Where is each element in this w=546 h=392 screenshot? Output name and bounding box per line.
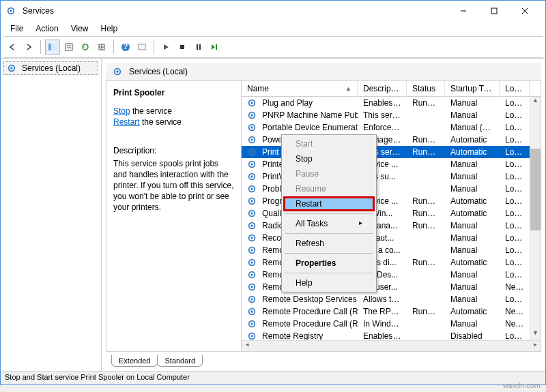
svg-point-48 [250, 249, 253, 252]
svg-point-24 [250, 102, 253, 104]
col-description[interactable]: Description [358, 81, 407, 96]
menu-help[interactable]: Help [96, 22, 124, 35]
close-button[interactable] [509, 1, 540, 20]
stop-link[interactable]: Stop [113, 106, 130, 116]
svg-text:?: ? [123, 42, 128, 51]
window-title: Services [23, 6, 448, 16]
table-row[interactable]: Remote Procedure Call (RPC)The RPCSS s..… [242, 305, 530, 318]
svg-point-22 [116, 70, 119, 73]
ctx-pause[interactable]: Pause [283, 166, 375, 181]
export-button[interactable] [94, 40, 109, 55]
col-startup[interactable]: Startup Type [445, 81, 500, 96]
stop-service-button[interactable] [175, 40, 190, 55]
table-row[interactable]: Remote RegistryEnables rem...DisabledLoc… [242, 330, 530, 340]
tab-standard[interactable]: Standard [157, 355, 203, 367]
svg-point-44 [250, 224, 253, 227]
svg-point-60 [250, 322, 253, 325]
ctx-all-tasks[interactable]: All Tasks [283, 216, 375, 231]
titlebar[interactable]: Services [1, 1, 545, 21]
svg-rect-16 [197, 44, 198, 50]
description-text: This service spools print jobs and handl… [113, 158, 234, 213]
svg-point-54 [250, 286, 253, 288]
svg-point-36 [250, 175, 253, 178]
start-service-button[interactable] [158, 40, 173, 55]
svg-point-50 [250, 261, 253, 264]
context-menu: Start Stop Pause Resume Restart All Task… [281, 134, 377, 292]
detail-pane: Print Spooler Stop the service Restart t… [106, 81, 242, 351]
show-hide-tree-button[interactable] [45, 40, 60, 55]
description-label: Description: [113, 145, 234, 156]
minimize-button[interactable] [448, 1, 478, 20]
service-list[interactable]: Name ▲ Description Status Startup Type L… [242, 81, 541, 351]
console-tree[interactable]: Services (Local) [1, 59, 102, 371]
tree-root-label: Services (Local) [22, 63, 81, 73]
scroll-right-button[interactable]: ▸ [530, 341, 541, 351]
ctx-properties[interactable]: Properties [283, 256, 375, 271]
scroll-left-button[interactable]: ◂ [242, 341, 253, 351]
sort-indicator-icon: ▲ [345, 85, 351, 92]
svg-point-1 [10, 10, 12, 12]
table-row[interactable]: Portable Device Enumerator...Enforces gr… [242, 121, 530, 134]
svg-rect-18 [216, 44, 217, 50]
svg-point-28 [250, 126, 253, 129]
table-row[interactable]: Plug and PlayEnables a c...RunningManual… [242, 97, 530, 109]
table-row[interactable]: Remote Desktop Services U...Allows the r… [242, 293, 530, 305]
svg-rect-6 [48, 44, 51, 50]
svg-point-32 [250, 151, 253, 153]
app-icon [6, 6, 16, 16]
svg-point-40 [250, 200, 253, 202]
toolbar-btn[interactable] [134, 40, 149, 55]
svg-rect-3 [491, 8, 497, 14]
toolbar: ? [1, 37, 545, 57]
tab-extended[interactable]: Extended [111, 355, 158, 367]
restart-service-button[interactable] [207, 40, 222, 55]
ctx-refresh[interactable]: Refresh [283, 236, 375, 251]
list-header[interactable]: Name ▲ Description Status Startup Type L… [242, 81, 541, 97]
refresh-button[interactable] [78, 40, 93, 55]
ctx-help[interactable]: Help [283, 275, 375, 290]
ctx-resume[interactable]: Resume [283, 181, 375, 196]
ctx-start[interactable]: Start [283, 136, 375, 151]
svg-point-38 [250, 187, 253, 190]
view-tabs: Extended Standard [106, 352, 541, 367]
selected-service-name: Print Spooler [113, 88, 234, 97]
menu-action[interactable]: Action [30, 22, 63, 35]
col-status[interactable]: Status [407, 81, 445, 96]
svg-rect-15 [180, 45, 184, 49]
menu-view[interactable]: View [66, 22, 94, 35]
svg-rect-17 [199, 44, 201, 50]
back-button[interactable] [5, 40, 20, 55]
svg-point-58 [250, 310, 253, 313]
table-row[interactable]: Remote Procedure Call (RP...In Windows..… [242, 318, 530, 330]
scroll-up-button[interactable]: ▲ [530, 97, 541, 108]
tree-root-item[interactable]: Services (Local) [3, 61, 98, 75]
forward-button[interactable] [21, 40, 36, 55]
svg-point-56 [250, 298, 253, 301]
scroll-thumb[interactable] [530, 149, 541, 230]
properties-button[interactable] [61, 40, 76, 55]
help-button[interactable]: ? [118, 40, 133, 55]
svg-point-30 [250, 138, 253, 141]
horizontal-scrollbar[interactable]: ◂ ▸ [242, 340, 541, 351]
svg-point-26 [250, 114, 253, 117]
scroll-down-button[interactable]: ▼ [530, 329, 541, 340]
pane-header: Services (Local) [106, 63, 541, 81]
table-row[interactable]: PNRP Machine Name Publi...This service .… [242, 109, 530, 121]
restart-link[interactable]: Restart [113, 117, 140, 127]
svg-point-42 [250, 212, 253, 215]
pause-service-button[interactable] [191, 40, 206, 55]
vertical-scrollbar[interactable]: ▲ ▼ [530, 97, 541, 340]
ctx-restart[interactable]: Restart [283, 196, 375, 211]
col-logon[interactable]: Log O [500, 81, 530, 96]
watermark: wsxdn.com [503, 381, 541, 389]
ctx-stop[interactable]: Stop [283, 151, 375, 166]
menubar: File Action View Help [1, 21, 545, 36]
svg-point-20 [10, 67, 13, 70]
services-window: Services File Action View Help ? [0, 0, 546, 385]
gear-icon [113, 67, 122, 76]
menu-file[interactable]: File [5, 22, 29, 35]
svg-point-62 [250, 335, 253, 337]
maximize-button[interactable] [478, 1, 509, 20]
status-bar: Stop and Start service Print Spooler on … [1, 371, 545, 385]
col-name[interactable]: Name ▲ [242, 81, 358, 96]
